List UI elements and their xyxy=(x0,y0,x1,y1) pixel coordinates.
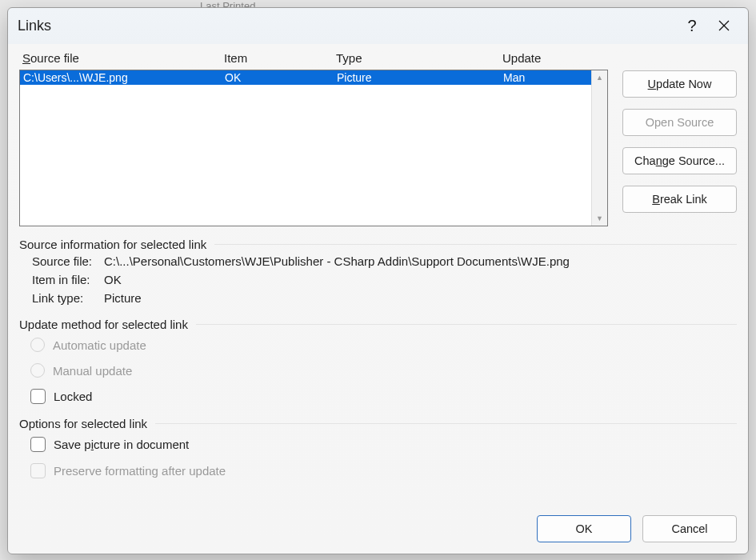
manual-update-label: Manual update xyxy=(53,364,132,378)
dialog-footer: OK Cancel xyxy=(19,512,737,546)
dialog-content: Source file Item Type Update C:\Users\..… xyxy=(8,43,748,554)
list-row[interactable]: C:\Users\...\WJE.png OK Picture Man xyxy=(20,70,591,85)
top-area: Source file Item Type Update C:\Users\..… xyxy=(19,48,737,226)
ok-button[interactable]: OK xyxy=(537,515,631,542)
preserve-formatting-checkbox: Preserve formatting after update xyxy=(30,463,730,478)
preserve-formatting-label: Preserve formatting after update xyxy=(54,464,226,478)
titlebar: Links ? xyxy=(8,8,748,43)
checkbox-icon xyxy=(30,437,46,452)
manual-update-radio: Manual update xyxy=(30,363,730,378)
automatic-update-label: Automatic update xyxy=(53,338,146,352)
checkbox-icon xyxy=(30,463,46,478)
info-grid: Source file: C:\...\Personal\Customers\W… xyxy=(19,251,737,306)
locked-label: Locked xyxy=(54,390,92,403)
list-rows: C:\Users\...\WJE.png OK Picture Man xyxy=(20,70,591,226)
header-source: Source file xyxy=(22,51,224,65)
update-section-title: Update method for selected link xyxy=(19,318,188,331)
radio-icon xyxy=(30,363,45,378)
cancel-button[interactable]: Cancel xyxy=(642,515,737,542)
divider xyxy=(196,324,737,325)
info-type-label: Link type: xyxy=(32,291,104,305)
info-section-title: Source information for selected link xyxy=(19,238,206,251)
scroll-down-icon[interactable]: ▼ xyxy=(592,211,607,226)
help-icon[interactable]: ? xyxy=(676,17,708,35)
cell-source: C:\Users\...\WJE.png xyxy=(23,70,225,85)
update-now-button[interactable]: Update Now xyxy=(622,70,737,98)
cell-type: Picture xyxy=(337,70,503,85)
update-method-group: Automatic update Manual update Locked xyxy=(19,331,737,406)
options-group: Save picture in document Preserve format… xyxy=(19,430,737,480)
info-source-value: C:\...\Personal\Customers\WJE\Publisher … xyxy=(104,254,730,268)
divider xyxy=(155,423,737,424)
cell-update: Man xyxy=(503,70,591,85)
radio-icon xyxy=(30,338,45,352)
links-list-wrap: Source file Item Type Update C:\Users\..… xyxy=(19,48,608,226)
cell-item: OK xyxy=(225,70,337,85)
links-listbox[interactable]: C:\Users\...\WJE.png OK Picture Man ▲ ▼ xyxy=(19,70,608,226)
save-picture-label: Save picture in document xyxy=(54,438,189,451)
checkbox-icon xyxy=(30,389,46,404)
info-item-value: OK xyxy=(104,273,730,286)
header-type: Type xyxy=(336,51,502,65)
links-dialog: Links ? Source file Item Type Update C xyxy=(7,7,749,554)
scroll-up-icon[interactable]: ▲ xyxy=(592,70,607,85)
header-update: Update xyxy=(502,51,605,65)
open-source-button: Open Source xyxy=(622,109,737,136)
divider xyxy=(214,244,737,245)
break-link-button[interactable]: Break Link xyxy=(622,186,737,213)
side-buttons: Update Now Open Source Change Source... … xyxy=(622,48,737,226)
save-picture-checkbox[interactable]: Save picture in document xyxy=(30,437,730,452)
change-source-button[interactable]: Change Source... xyxy=(622,147,737,174)
scrollbar[interactable]: ▲ ▼ xyxy=(591,70,607,226)
info-section-head: Source information for selected link xyxy=(19,238,737,251)
close-icon[interactable] xyxy=(708,11,740,40)
options-section-head: Options for selected link xyxy=(19,417,737,430)
list-headers: Source file Item Type Update xyxy=(19,48,608,70)
header-item: Item xyxy=(224,51,336,65)
info-type-value: Picture xyxy=(104,291,730,305)
info-source-label: Source file: xyxy=(32,254,104,268)
dialog-title: Links xyxy=(18,18,676,34)
info-item-label: Item in file: xyxy=(32,273,104,286)
automatic-update-radio: Automatic update xyxy=(30,338,730,352)
locked-checkbox[interactable]: Locked xyxy=(30,389,730,404)
options-section-title: Options for selected link xyxy=(19,417,147,430)
update-section-head: Update method for selected link xyxy=(19,318,737,331)
